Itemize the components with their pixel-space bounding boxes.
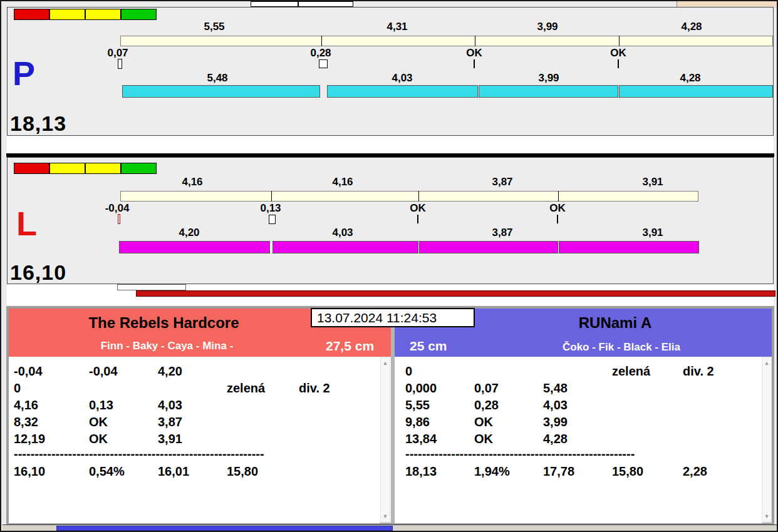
scale-divider: [558, 191, 559, 202]
total-cell: 1,94%: [474, 464, 510, 478]
scale-divider: [475, 36, 475, 46]
table-cell: 0,000: [405, 381, 437, 395]
table-cell: OK: [89, 432, 108, 446]
table-cell: 3,91: [158, 432, 182, 446]
run-time-label: 3,87: [477, 227, 527, 239]
split-time-label: 3,91: [628, 176, 678, 188]
total-cell: 16,01: [158, 464, 189, 478]
table-cell: 0,07: [474, 381, 499, 395]
lane-l-time-bar: [272, 241, 418, 253]
right-results-table: 0zelenádiv. 20,0000,075,485,550,284,039,…: [395, 357, 762, 523]
left-height-class: 27,5 cm: [326, 339, 374, 354]
table-cell: 4,20: [158, 364, 182, 378]
change-marker: [269, 215, 276, 224]
table-cell: zelená: [612, 364, 650, 378]
table-cell: -0,04: [14, 364, 43, 378]
table-cell: zelená: [227, 381, 265, 395]
table-cell: 0: [405, 364, 412, 378]
scale-divider: [271, 191, 272, 202]
left-team-name: The Rebels Hardcore: [9, 314, 319, 332]
run-time-label: 3,99: [524, 72, 574, 84]
total-cell: 15,80: [612, 464, 643, 478]
lane-p-split-scale: [120, 36, 773, 46]
run-time-label: 3,91: [628, 227, 678, 239]
status-cell-yellow: [85, 9, 121, 20]
change-time-label: OK: [449, 47, 499, 59]
table-cell: OK: [474, 432, 493, 446]
table-cell: 13,84: [405, 432, 437, 446]
table-cell: 0,28: [474, 398, 499, 412]
split-time-label: 4,28: [666, 21, 717, 33]
table-cell: OK: [89, 415, 108, 429]
run-time-label: 4,28: [665, 72, 715, 84]
progress-bar: [136, 290, 775, 297]
divider-line: ----------------------------------------…: [14, 447, 264, 461]
table-cell: div. 2: [683, 364, 714, 378]
ok-marker: [557, 215, 558, 223]
scroll-up-icon[interactable]: ▲: [381, 360, 390, 366]
total-cell: 2,28: [683, 464, 707, 478]
status-cell-red: [14, 163, 49, 174]
run-time-label: 4,03: [377, 72, 427, 84]
table-cell: 4,03: [158, 398, 182, 412]
table-cell: -0,04: [89, 364, 118, 378]
total-cell: 0,54%: [89, 464, 125, 478]
table-cell: 9,86: [405, 415, 430, 429]
spacer: [7, 136, 774, 153]
run-time-label: 4,03: [318, 227, 368, 239]
table-cell: 4,28: [543, 432, 568, 446]
table-cell: 4,16: [14, 398, 38, 412]
scroll-down-icon[interactable]: ▼: [762, 513, 771, 519]
table-cell: 3,99: [543, 415, 568, 429]
scroll-up-icon[interactable]: ▲: [762, 360, 771, 366]
split-time-label: 4,16: [318, 176, 368, 188]
right-team-name: RUNami A: [465, 314, 765, 332]
left-table-scrollbar[interactable]: ▲ ▼: [380, 357, 390, 522]
split-time-label: 4,31: [372, 21, 422, 33]
total-cell: 17,78: [543, 464, 574, 478]
progress-track: [117, 284, 186, 290]
lane-p-letter: P: [13, 56, 35, 90]
ok-marker: [417, 215, 418, 223]
left-results-table: -0,04-0,044,200zelenádiv. 24,160,134,038…: [9, 357, 380, 523]
table-cell: 8,32: [14, 415, 38, 429]
table-cell: 4,03: [543, 398, 568, 412]
right-table-scrollbar[interactable]: ▲ ▼: [762, 357, 772, 522]
status-cell-green: [121, 9, 157, 20]
lane-l-time-bar: [559, 241, 699, 253]
change-time-label: -0,04: [92, 202, 142, 215]
lane-l-split-scale: [120, 191, 698, 202]
split-time-label: 4,16: [167, 176, 217, 188]
split-time-label: 3,87: [477, 176, 527, 188]
total-cell: 15,80: [227, 464, 258, 478]
background-window-tab: [251, 1, 298, 7]
horizontal-scrollbar[interactable]: [3, 524, 777, 531]
lane-l-time-bar: [119, 241, 270, 253]
total-cell: 16,10: [14, 464, 45, 478]
status-cell-red: [14, 9, 49, 20]
start-marker: [118, 214, 120, 224]
change-time-label: OK: [393, 202, 443, 215]
change-time-label: 0,28: [296, 47, 346, 59]
run-time-label: 4,20: [164, 227, 214, 239]
app-window: 5,55 4,31 3,99 4,28 0,07 0,28 OK OK 5,48…: [0, 0, 778, 532]
lane-p-time-bar: [327, 85, 478, 98]
lane-l-time-bar: [419, 241, 558, 253]
table-cell: 5,55: [405, 398, 430, 412]
total-cell: 18,13: [405, 464, 437, 478]
change-time-label: OK: [593, 47, 643, 59]
lane-l-letter: L: [16, 207, 37, 240]
scrollbar-thumb[interactable]: [56, 526, 393, 531]
start-marker: [118, 59, 122, 69]
right-team-dogs: Čoko - Fik - Black - Elia: [484, 341, 759, 354]
timestamp: 13.07.2024 11:24:53: [311, 308, 475, 327]
table-cell: OK: [474, 415, 493, 429]
split-time-label: 3,99: [522, 21, 573, 33]
table-cell: 5,48: [543, 381, 568, 395]
left-team-dogs: Finn - Baky - Caya - Mina -: [9, 340, 325, 352]
table-cell: 3,87: [158, 415, 182, 429]
scroll-down-icon[interactable]: ▼: [381, 513, 390, 519]
run-time-label: 5,48: [192, 72, 242, 84]
status-cell-green: [121, 163, 157, 174]
scale-divider: [619, 36, 620, 46]
